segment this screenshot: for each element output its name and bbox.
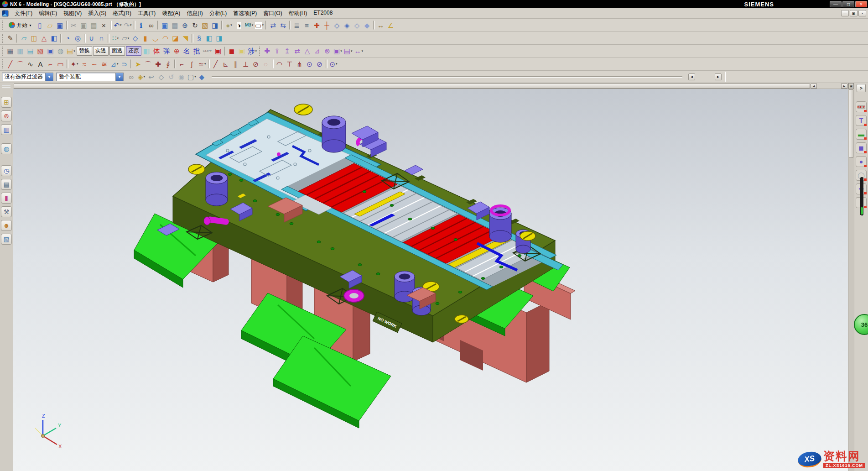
toolbar-scroll-left-button[interactable]: ◄ bbox=[688, 73, 695, 80]
shaded-view-icon[interactable]: ◨ bbox=[210, 20, 220, 31]
resize-face-icon[interactable]: ↔ ▾ bbox=[353, 46, 364, 57]
menu-help[interactable]: 帮助(H) bbox=[286, 9, 311, 18]
copy-letters-icon[interactable]: COPY bbox=[202, 46, 213, 57]
key-part-icon[interactable]: KEY bbox=[856, 101, 867, 112]
menu-view[interactable]: 视图(V) bbox=[60, 9, 85, 18]
scrollbar-corner-icon[interactable]: ▣ bbox=[848, 83, 854, 89]
tangent-circle-icon[interactable]: ⊘ bbox=[251, 58, 261, 69]
appearance-sphere-icon[interactable]: ● ▾ bbox=[224, 20, 234, 31]
unite-icon[interactable]: ∪ bbox=[87, 33, 97, 44]
measure-angle-icon[interactable]: ∠ bbox=[386, 20, 396, 31]
menu-file[interactable]: 文件(F) bbox=[11, 9, 36, 18]
shell-icon[interactable]: ◇ bbox=[130, 33, 140, 44]
green-part-icon[interactable]: ▬ bbox=[856, 129, 867, 140]
copy-icon[interactable]: ▣ bbox=[79, 20, 89, 31]
datum-plane-icon[interactable]: ▱ bbox=[19, 33, 29, 44]
datum-csys-icon[interactable]: ◫ bbox=[29, 33, 39, 44]
offset-region-icon[interactable]: ↥ bbox=[282, 46, 292, 57]
find-icon[interactable]: ∞ bbox=[146, 20, 156, 31]
angle-line-icon[interactable]: ⊾ bbox=[221, 58, 231, 69]
marquee-select-icon[interactable]: ▢ ▾ bbox=[187, 71, 197, 82]
offset-curve-icon[interactable]: ≃ ▾ bbox=[197, 58, 207, 69]
import-view-icon[interactable]: ⇄ bbox=[268, 20, 278, 31]
circle-slash-icon[interactable]: ⊘ bbox=[315, 58, 325, 69]
pan-disabled-icon[interactable]: ◉ bbox=[177, 71, 187, 82]
dashed-circle-icon[interactable]: ◌ bbox=[261, 58, 271, 69]
new-file-icon[interactable]: ▯ bbox=[35, 20, 45, 31]
arc-fillet-icon[interactable]: ʃ bbox=[187, 58, 197, 69]
restore-display-button[interactable]: 还原 bbox=[126, 46, 141, 56]
start-button[interactable]: 开始 ▼ bbox=[5, 20, 35, 31]
trim-sheet-icon[interactable]: ⊿ ▾ bbox=[109, 58, 120, 69]
cut-icon[interactable]: ✂ bbox=[69, 20, 79, 31]
snip-curve-icon[interactable]: ∮ bbox=[163, 58, 173, 69]
subtract-icon[interactable]: ∩ bbox=[97, 33, 107, 44]
menu-preferences[interactable]: 首选项(P) bbox=[230, 9, 260, 18]
parallel-icon[interactable]: ∥ bbox=[231, 58, 241, 69]
toolbar-scroll-right-button[interactable]: ► bbox=[715, 73, 722, 80]
window-display-icon[interactable]: ▣ bbox=[46, 46, 56, 57]
red-cube2-icon[interactable]: ◼ bbox=[227, 46, 237, 57]
perpendicular-icon[interactable]: ⊥ bbox=[241, 58, 251, 69]
maximize-button[interactable]: □ bbox=[842, 1, 854, 7]
show-plane-icon[interactable]: ▥ bbox=[16, 46, 26, 57]
chevron-down-icon[interactable]: ▼ bbox=[45, 73, 53, 81]
boss-icon[interactable]: ▮ bbox=[140, 33, 151, 44]
red-display-icon[interactable]: ▧ bbox=[36, 46, 46, 57]
system-materials-tab[interactable]: ▤ bbox=[1, 179, 12, 190]
process-studio-tab[interactable]: ▮ bbox=[1, 193, 12, 204]
spline-icon[interactable]: ∿ bbox=[26, 58, 36, 69]
menu-window[interactable]: 窗口(O) bbox=[260, 9, 285, 18]
rectangle-icon[interactable]: ▭ bbox=[56, 58, 66, 69]
menu-assemblies[interactable]: 装配(A) bbox=[159, 9, 183, 18]
back-icon[interactable]: ↩ bbox=[146, 71, 156, 82]
vertical-scrollbar[interactable]: ▣ bbox=[848, 83, 854, 471]
reuse-library-tab[interactable]: ◍ bbox=[1, 143, 12, 154]
copy-face-icon[interactable]: ▣ ▾ bbox=[333, 46, 343, 57]
pattern-feature-icon[interactable]: ∷ ▾ bbox=[110, 33, 120, 44]
background-color-icon[interactable]: ▭ ▾ bbox=[254, 20, 265, 31]
snap-point-icon[interactable]: ◇ bbox=[332, 20, 342, 31]
extend-sheet-icon[interactable]: ⊃ bbox=[120, 58, 130, 69]
layer-settings-icon[interactable]: ≣ bbox=[292, 20, 302, 31]
key-curve-icon[interactable]: ➤ bbox=[133, 58, 143, 69]
thread-icon[interactable]: § bbox=[194, 33, 204, 44]
measure-distance-icon[interactable]: ↔ bbox=[376, 20, 386, 31]
interference-button[interactable]: 涉 ▾ bbox=[247, 46, 258, 57]
construction-line-icon[interactable]: ╱ bbox=[211, 58, 221, 69]
pad-icon[interactable]: ◠ bbox=[161, 33, 171, 44]
layer-visible-icon[interactable]: ≡ bbox=[302, 20, 312, 31]
assembly-navigator-tab[interactable]: ⊞ bbox=[1, 97, 12, 108]
face-transparent-button[interactable]: 面透 bbox=[109, 46, 125, 56]
mdi-close-button[interactable]: × bbox=[858, 10, 866, 16]
trim-curve2-icon[interactable]: ∽ bbox=[89, 58, 99, 69]
scroll-right-icon[interactable]: ► bbox=[841, 84, 847, 89]
undo-icon[interactable]: ↶ ▾ bbox=[113, 20, 123, 31]
sketch-in-task-icon[interactable]: △ bbox=[39, 33, 49, 44]
selection-filter-combo[interactable]: 没有选择过滤器 ▼ bbox=[2, 73, 53, 81]
circle-center-icon[interactable]: ⊙ bbox=[305, 58, 315, 69]
save-icon[interactable]: ▣ bbox=[55, 20, 65, 31]
view-layout-m3[interactable]: M3 ▾ bbox=[244, 20, 254, 31]
zoom-icon[interactable]: ⊕ bbox=[180, 20, 190, 31]
pull-face-icon[interactable]: ⇧ bbox=[272, 46, 282, 57]
horizontal-scrollbar[interactable]: ◄ ► bbox=[13, 83, 848, 89]
selection-scope-combo[interactable]: 整个装配 ▼ bbox=[56, 73, 124, 81]
menu-insert[interactable]: 插入(S) bbox=[85, 9, 109, 18]
replace-face-icon[interactable]: ⇄ bbox=[292, 46, 302, 57]
minimize-button[interactable]: — bbox=[830, 1, 842, 7]
name-display-button[interactable]: 名 bbox=[182, 46, 192, 57]
true-transparent-button[interactable]: 实透 bbox=[93, 46, 109, 56]
notebook-icon[interactable]: ▤ ▾ bbox=[66, 46, 76, 57]
render-style-icon[interactable]: ◑ bbox=[234, 20, 244, 31]
open-icon[interactable]: ▱ bbox=[45, 20, 55, 31]
body-display-button[interactable]: 体 bbox=[152, 46, 162, 57]
yellow-cube-icon[interactable]: ▣ bbox=[237, 46, 247, 57]
menu-tools[interactable]: 工具(T) bbox=[135, 9, 159, 18]
show-sheet-icon[interactable]: ▤ bbox=[26, 46, 36, 57]
menu-et2008[interactable]: ET2008 bbox=[310, 9, 336, 18]
paste-icon[interactable]: ▤ bbox=[89, 20, 99, 31]
cross-curve-icon[interactable]: ✚ bbox=[153, 58, 163, 69]
bridge-curve-icon[interactable]: ⌒ bbox=[143, 58, 153, 69]
info-icon[interactable]: ℹ bbox=[136, 20, 146, 31]
